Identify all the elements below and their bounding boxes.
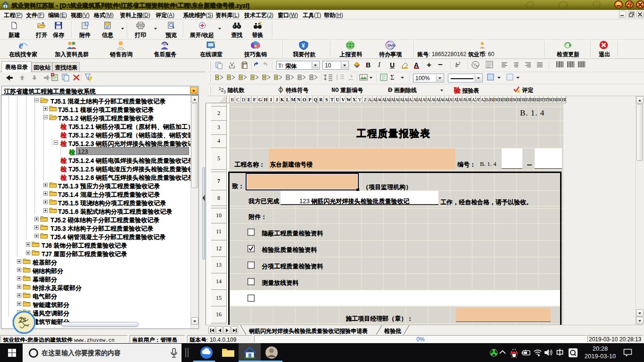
svg-text:a: a: [476, 64, 478, 68]
svg-text:Σ: Σ: [390, 74, 394, 81]
svg-text:DVD: DVD: [388, 43, 396, 48]
svg-text:¥: ¥: [302, 42, 305, 49]
svg-text:2S: 2S: [19, 317, 26, 323]
